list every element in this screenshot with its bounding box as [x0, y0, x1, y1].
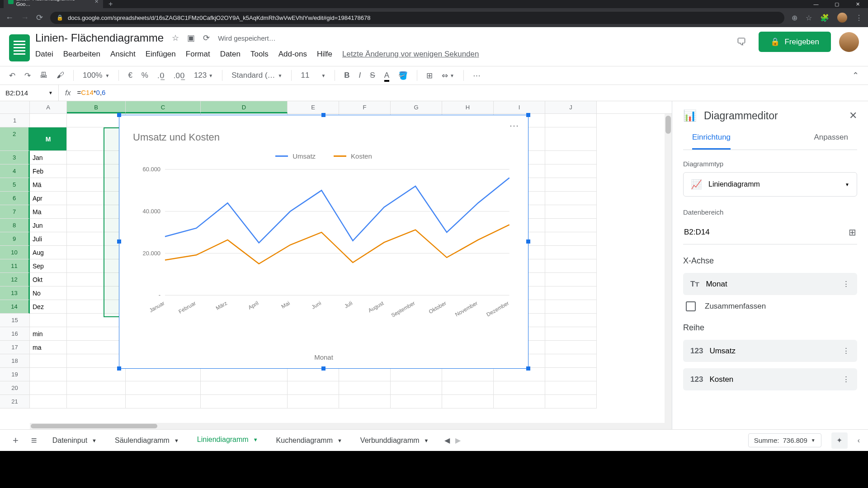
cell[interactable] — [442, 395, 494, 408]
print-button[interactable]: 🖶 — [40, 71, 47, 80]
cell[interactable] — [30, 114, 67, 127]
cell[interactable] — [67, 341, 126, 354]
row-header[interactable]: 11 — [0, 259, 30, 273]
row-header[interactable]: 6 — [0, 192, 30, 205]
cell[interactable] — [67, 259, 126, 273]
cell[interactable] — [67, 192, 126, 205]
cell[interactable] — [67, 286, 126, 300]
menu-data[interactable]: Daten — [220, 50, 241, 59]
undo-button[interactable]: ↶ — [9, 71, 15, 80]
share-button[interactable]: 🔒 Freigeben — [759, 32, 831, 52]
cell[interactable] — [545, 192, 597, 205]
sheet-tab-verbunddiagramm[interactable]: Verbunddiagramm▼ — [353, 431, 436, 450]
cell[interactable] — [494, 368, 545, 381]
menu-help[interactable]: Hilfe — [317, 50, 332, 59]
cell[interactable] — [67, 127, 126, 151]
cell[interactable] — [545, 219, 597, 232]
font-select[interactable]: Standard (…▼ — [231, 71, 282, 80]
text-color-button[interactable]: A — [384, 71, 389, 80]
window-close[interactable]: ✕ — [847, 0, 868, 8]
tab-close-icon[interactable]: ✕ — [94, 0, 99, 5]
select-all-corner[interactable] — [0, 101, 30, 113]
sheets-logo-icon[interactable] — [9, 34, 30, 61]
series-menu-icon[interactable]: ⋮ — [842, 346, 850, 356]
row-header[interactable]: 9 — [0, 232, 30, 246]
star-icon[interactable]: ☆ — [172, 33, 179, 43]
cell[interactable] — [67, 232, 126, 246]
cell[interactable] — [545, 246, 597, 259]
cell[interactable] — [30, 368, 67, 381]
cell[interactable] — [67, 219, 126, 232]
cell[interactable] — [67, 354, 126, 368]
cell[interactable] — [67, 178, 126, 192]
cell[interactable] — [545, 151, 597, 164]
col-header-c[interactable]: C — [126, 101, 201, 113]
cell[interactable]: Ma — [30, 205, 67, 219]
font-size-select[interactable]: 11▼ — [301, 71, 326, 80]
menu-tools[interactable]: Tools — [250, 50, 269, 59]
cell[interactable]: Okt — [30, 273, 67, 286]
vertical-scrollbar[interactable] — [665, 114, 672, 429]
reload-button[interactable]: ⟳ — [36, 13, 43, 23]
last-edit-link[interactable]: Letzte Änderung vor wenigen Sekunden — [342, 50, 479, 59]
row-header[interactable]: 14 — [0, 300, 30, 314]
cell[interactable]: min — [30, 327, 67, 341]
borders-button[interactable]: ⊞ — [426, 71, 433, 80]
forward-button[interactable]: → — [21, 13, 29, 23]
chart-editor-close-button[interactable]: ✕ — [849, 110, 857, 122]
currency-button[interactable]: € — [128, 71, 132, 80]
cell[interactable] — [545, 314, 597, 327]
tab-scroll-left[interactable]: ◀ — [444, 436, 450, 445]
series-item-kosten[interactable]: 123 Kosten ⋮ — [683, 368, 857, 390]
cell[interactable]: Sep — [30, 259, 67, 273]
cell[interactable]: Mä — [30, 178, 67, 192]
col-header-a[interactable]: A — [30, 101, 67, 113]
data-range-value[interactable]: B2:D14 — [684, 228, 710, 237]
aggregate-checkbox[interactable] — [686, 301, 696, 311]
select-range-icon[interactable]: ⊞ — [849, 227, 856, 238]
tab-customize[interactable]: Anpassen — [814, 133, 848, 150]
cell[interactable] — [67, 327, 126, 341]
row-header[interactable]: 20 — [0, 381, 30, 395]
cell[interactable] — [545, 114, 597, 127]
chart-type-select[interactable]: 📈 Liniendiagramm ▼ — [683, 172, 857, 197]
cell[interactable] — [201, 368, 288, 381]
menu-file[interactable]: Datei — [35, 50, 53, 59]
account-avatar[interactable] — [839, 32, 859, 52]
chart-menu-button[interactable]: ⋮ — [509, 122, 520, 130]
cell[interactable] — [201, 381, 288, 395]
cell[interactable] — [545, 205, 597, 219]
chart-object[interactable]: ⋮ Umsatz und Kosten Umsatz Kosten 60.000… — [119, 115, 528, 369]
window-minimize[interactable]: — — [806, 0, 826, 8]
cell[interactable]: Feb — [30, 164, 67, 178]
col-header-f[interactable]: F — [339, 101, 391, 113]
back-button[interactable]: ← — [5, 13, 14, 23]
zoom-select[interactable]: 100%▼ — [83, 71, 109, 80]
row-header[interactable]: 21 — [0, 395, 30, 408]
row-header[interactable]: 1 — [0, 114, 30, 127]
cell[interactable] — [545, 368, 597, 381]
x-axis-field[interactable]: Tᴛ Monat ⋮ — [683, 273, 857, 295]
row-header[interactable]: 3 — [0, 151, 30, 164]
cell[interactable] — [494, 381, 545, 395]
strikethrough-button[interactable]: S — [370, 71, 375, 80]
collapse-toolbar-button[interactable]: ⌃ — [852, 70, 859, 80]
cell[interactable] — [442, 381, 494, 395]
cell[interactable] — [126, 368, 201, 381]
quicksum-display[interactable]: Summe: 736.809 ▼ — [748, 433, 821, 447]
cell[interactable] — [545, 300, 597, 314]
cell[interactable] — [67, 395, 126, 408]
formula-input[interactable]: =C14*0,6 — [77, 89, 868, 97]
profile-avatar-icon[interactable] — [837, 13, 847, 23]
spreadsheet-grid[interactable]: A B C D E F G H I J 12M3Jan4Feb5Mä6Apr7M… — [0, 101, 672, 429]
row-header[interactable]: 4 — [0, 164, 30, 178]
new-tab-button[interactable]: + — [103, 0, 118, 8]
menu-view[interactable]: Ansicht — [110, 50, 136, 59]
percent-button[interactable]: % — [142, 71, 148, 80]
cell[interactable]: Juli — [30, 232, 67, 246]
col-header-b[interactable]: B — [67, 101, 126, 113]
browser-tab[interactable]: Linien- Flächendiagramme - Goo… ✕ — [4, 0, 103, 8]
col-header-i[interactable]: I — [494, 101, 545, 113]
row-header[interactable]: 2 — [0, 127, 30, 151]
row-header[interactable]: 19 — [0, 368, 30, 381]
